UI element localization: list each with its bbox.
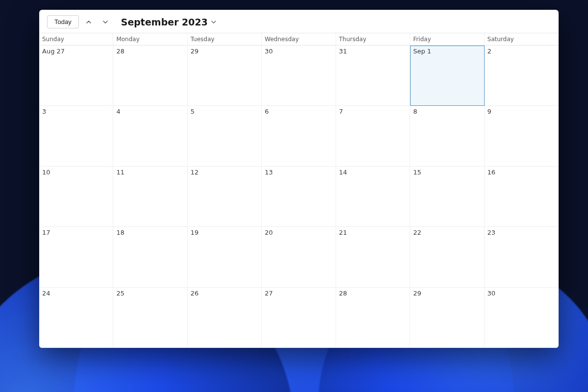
day-cell[interactable]: 22 bbox=[410, 227, 484, 287]
day-label: 29 bbox=[413, 290, 421, 297]
month-picker[interactable]: September 2023 bbox=[121, 17, 217, 27]
day-cell[interactable]: 21 bbox=[336, 227, 410, 287]
day-cell[interactable]: 26 bbox=[188, 288, 262, 348]
day-label: 17 bbox=[42, 229, 50, 236]
day-label: 14 bbox=[339, 169, 347, 176]
day-label: 7 bbox=[339, 108, 343, 115]
day-cell[interactable]: 12 bbox=[188, 167, 262, 227]
day-label: 4 bbox=[116, 108, 120, 115]
day-cell[interactable]: 28 bbox=[113, 46, 187, 106]
day-cell[interactable]: 25 bbox=[113, 288, 187, 348]
day-label: 27 bbox=[265, 290, 273, 297]
day-cell[interactable]: 30 bbox=[262, 46, 336, 106]
day-label: 25 bbox=[116, 290, 124, 297]
weekday-header: Sunday bbox=[39, 33, 113, 45]
day-cell[interactable]: 30 bbox=[485, 288, 559, 348]
calendar-toolbar: Today September 2023 bbox=[39, 10, 559, 33]
day-label: 31 bbox=[339, 48, 347, 55]
day-label: 8 bbox=[413, 108, 417, 115]
day-cell[interactable]: 9 bbox=[485, 106, 559, 166]
day-label: 30 bbox=[488, 290, 496, 297]
day-cell[interactable]: 29 bbox=[188, 46, 262, 106]
day-cell[interactable]: 3 bbox=[39, 106, 113, 166]
day-label: 11 bbox=[116, 169, 124, 176]
day-label: 15 bbox=[413, 169, 421, 176]
day-label: 13 bbox=[265, 169, 273, 176]
weekday-header: Saturday bbox=[485, 33, 559, 45]
day-cell[interactable]: Aug 27 bbox=[39, 46, 113, 106]
chevron-down-icon bbox=[102, 19, 108, 25]
day-cell[interactable]: 23 bbox=[485, 227, 559, 287]
day-cell[interactable]: 16 bbox=[485, 167, 559, 227]
day-cell[interactable]: 13 bbox=[262, 167, 336, 227]
weekday-header: Wednesday bbox=[262, 33, 336, 45]
day-cell[interactable]: 28 bbox=[336, 288, 410, 348]
day-label: 26 bbox=[191, 290, 199, 297]
day-label: 21 bbox=[339, 229, 347, 236]
day-cell[interactable]: 27 bbox=[262, 288, 336, 348]
chevron-down-icon bbox=[211, 19, 217, 25]
day-label: 22 bbox=[413, 229, 421, 236]
day-cell[interactable]: 7 bbox=[336, 106, 410, 166]
day-label: 12 bbox=[191, 169, 199, 176]
day-cell[interactable]: 2 bbox=[485, 46, 559, 106]
day-label: 16 bbox=[488, 169, 496, 176]
day-cell[interactable]: 18 bbox=[113, 227, 187, 287]
day-label: 23 bbox=[488, 229, 496, 236]
day-label: 3 bbox=[42, 108, 46, 115]
day-cell[interactable]: 17 bbox=[39, 227, 113, 287]
day-cell[interactable]: 19 bbox=[188, 227, 262, 287]
day-cell[interactable]: 10 bbox=[39, 167, 113, 227]
day-label: 20 bbox=[265, 229, 273, 236]
day-cell[interactable]: 14 bbox=[336, 167, 410, 227]
day-label: 18 bbox=[116, 229, 124, 236]
day-label: 9 bbox=[488, 108, 491, 115]
weekday-header: Thursday bbox=[336, 33, 410, 45]
day-cell[interactable]: 11 bbox=[113, 167, 187, 227]
day-label: 28 bbox=[339, 290, 347, 297]
day-cell-today[interactable]: Sep 1 bbox=[410, 46, 484, 106]
day-label: 28 bbox=[116, 48, 124, 55]
weekday-header: Friday bbox=[410, 33, 484, 45]
day-cell[interactable]: 24 bbox=[39, 288, 113, 348]
weekday-header: Tuesday bbox=[188, 33, 262, 45]
day-cell[interactable]: 29 bbox=[410, 288, 484, 348]
day-cell[interactable]: 8 bbox=[410, 106, 484, 166]
prev-month-button[interactable] bbox=[82, 15, 96, 29]
day-label: Aug 27 bbox=[42, 48, 65, 55]
calendar-grid: Aug 2728293031Sep 1234567891011121314151… bbox=[39, 46, 559, 348]
day-cell[interactable]: 31 bbox=[336, 46, 410, 106]
day-label: 19 bbox=[191, 229, 199, 236]
day-cell[interactable]: 6 bbox=[262, 106, 336, 166]
weekday-header-row: Sunday Monday Tuesday Wednesday Thursday… bbox=[39, 33, 559, 46]
day-label: 24 bbox=[42, 290, 50, 297]
day-label: Sep 1 bbox=[413, 48, 431, 55]
today-button[interactable]: Today bbox=[47, 15, 79, 28]
day-cell[interactable]: 20 bbox=[262, 227, 336, 287]
day-label: 2 bbox=[488, 48, 491, 55]
next-month-button[interactable] bbox=[98, 15, 112, 29]
day-label: 30 bbox=[265, 48, 273, 55]
chevron-up-icon bbox=[86, 19, 92, 25]
month-label: September 2023 bbox=[121, 17, 208, 27]
calendar-window: Today September 2023 Sunday Monday Tuesd… bbox=[39, 10, 559, 348]
day-cell[interactable]: 4 bbox=[113, 106, 187, 166]
day-cell[interactable]: 15 bbox=[410, 167, 484, 227]
day-label: 6 bbox=[265, 108, 269, 115]
day-label: 5 bbox=[191, 108, 195, 115]
day-label: 10 bbox=[42, 169, 50, 176]
day-cell[interactable]: 5 bbox=[188, 106, 262, 166]
weekday-header: Monday bbox=[113, 33, 187, 45]
day-label: 29 bbox=[191, 48, 199, 55]
